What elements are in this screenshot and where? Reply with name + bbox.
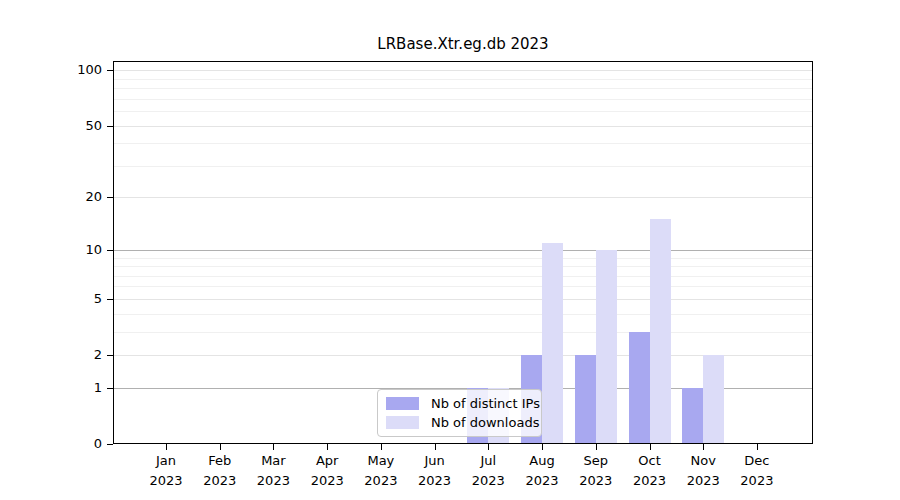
chart-root: LRBase.Xtr.eg.db 2023 0125102050100Jan20… bbox=[0, 0, 900, 500]
minor-gridline bbox=[114, 111, 812, 112]
y-tick-label: 20 bbox=[48, 188, 102, 206]
y-tick-mark bbox=[107, 70, 113, 71]
y-gridline bbox=[114, 299, 812, 300]
x-tick-mark bbox=[703, 444, 704, 450]
x-tick-mark bbox=[650, 444, 651, 450]
x-tick-month: Aug bbox=[514, 451, 570, 471]
minor-gridline bbox=[114, 258, 812, 259]
x-tick-month: Jul bbox=[460, 451, 516, 471]
legend-label-0: Nb of distinct IPs bbox=[431, 396, 540, 411]
bar-downloads-oct bbox=[650, 219, 671, 444]
x-tick-label: Jun2023 bbox=[407, 451, 463, 491]
y-tick-mark bbox=[107, 197, 113, 198]
x-tick-label: Mar2023 bbox=[245, 451, 301, 491]
y-tick-mark bbox=[107, 388, 113, 389]
y-tick-mark bbox=[107, 444, 113, 445]
x-tick-month: Mar bbox=[245, 451, 301, 471]
bar-downloads-aug bbox=[542, 243, 563, 444]
x-tick-year: 2023 bbox=[675, 471, 731, 491]
y-tick-label: 50 bbox=[48, 117, 102, 135]
x-tick-month: Apr bbox=[299, 451, 355, 471]
x-tick-year: 2023 bbox=[245, 471, 301, 491]
minor-gridline bbox=[114, 276, 812, 277]
x-tick-month: Oct bbox=[622, 451, 678, 471]
x-tick-month: Dec bbox=[729, 451, 785, 471]
x-tick-year: 2023 bbox=[514, 471, 570, 491]
x-tick-mark bbox=[220, 444, 221, 450]
x-tick-label: Sep2023 bbox=[568, 451, 624, 491]
x-tick-mark bbox=[542, 444, 543, 450]
x-tick-year: 2023 bbox=[460, 471, 516, 491]
x-tick-mark bbox=[273, 444, 274, 450]
x-tick-month: Nov bbox=[675, 451, 731, 471]
x-tick-year: 2023 bbox=[353, 471, 409, 491]
x-tick-year: 2023 bbox=[729, 471, 785, 491]
minor-gridline bbox=[114, 88, 812, 89]
x-tick-year: 2023 bbox=[407, 471, 463, 491]
y-tick-label: 100 bbox=[48, 61, 102, 79]
minor-gridline bbox=[114, 143, 812, 144]
x-tick-label: Jul2023 bbox=[460, 451, 516, 491]
legend-row-distinct-ips: Nb of distinct IPs bbox=[386, 396, 533, 411]
minor-gridline bbox=[114, 79, 812, 80]
y-gridline bbox=[114, 197, 812, 198]
legend-row-downloads: Nb of downloads bbox=[386, 415, 533, 430]
legend-label-1: Nb of downloads bbox=[431, 415, 539, 430]
minor-gridline bbox=[114, 286, 812, 287]
bar-downloads-sep bbox=[596, 250, 617, 444]
x-tick-mark bbox=[327, 444, 328, 450]
bar-downloads-nov bbox=[703, 355, 724, 444]
y-tick-mark bbox=[107, 250, 113, 251]
x-tick-label: Dec2023 bbox=[729, 451, 785, 491]
x-tick-label: Feb2023 bbox=[192, 451, 248, 491]
x-tick-mark bbox=[596, 444, 597, 450]
x-tick-mark bbox=[166, 444, 167, 450]
bar-distinct-ips-nov bbox=[682, 388, 703, 444]
y-tick-label: 10 bbox=[48, 241, 102, 259]
x-tick-label: Apr2023 bbox=[299, 451, 355, 491]
legend-swatch-1 bbox=[386, 416, 419, 429]
x-tick-mark bbox=[488, 444, 489, 450]
minor-gridline bbox=[114, 266, 812, 267]
x-tick-month: Jun bbox=[407, 451, 463, 471]
y-tick-label: 0 bbox=[48, 435, 102, 453]
y-tick-mark bbox=[107, 299, 113, 300]
minor-gridline bbox=[114, 166, 812, 167]
x-tick-year: 2023 bbox=[622, 471, 678, 491]
chart-title: LRBase.Xtr.eg.db 2023 bbox=[113, 35, 813, 53]
y-gridline bbox=[114, 70, 812, 71]
x-tick-year: 2023 bbox=[568, 471, 624, 491]
y-tick-mark bbox=[107, 126, 113, 127]
x-tick-month: Sep bbox=[568, 451, 624, 471]
x-tick-mark bbox=[757, 444, 758, 450]
y-tick-label: 2 bbox=[48, 346, 102, 364]
y-tick-mark bbox=[107, 355, 113, 356]
y-gridline bbox=[114, 250, 812, 251]
x-tick-mark bbox=[381, 444, 382, 450]
x-tick-month: Feb bbox=[192, 451, 248, 471]
x-tick-month: Jan bbox=[138, 451, 194, 471]
x-tick-label: Oct2023 bbox=[622, 451, 678, 491]
minor-gridline bbox=[114, 314, 812, 315]
x-tick-year: 2023 bbox=[138, 471, 194, 491]
legend: Nb of distinct IPs Nb of downloads bbox=[377, 389, 542, 437]
y-tick-label: 5 bbox=[48, 290, 102, 308]
minor-gridline bbox=[114, 99, 812, 100]
x-tick-label: Jan2023 bbox=[138, 451, 194, 491]
bar-distinct-ips-sep bbox=[575, 355, 596, 444]
x-tick-label: Aug2023 bbox=[514, 451, 570, 491]
legend-swatch-0 bbox=[386, 397, 419, 410]
minor-gridline bbox=[114, 332, 812, 333]
bar-distinct-ips-oct bbox=[629, 332, 650, 444]
x-tick-year: 2023 bbox=[299, 471, 355, 491]
x-tick-year: 2023 bbox=[192, 471, 248, 491]
y-gridline bbox=[114, 126, 812, 127]
x-tick-label: May2023 bbox=[353, 451, 409, 491]
y-tick-label: 1 bbox=[48, 379, 102, 397]
x-tick-mark bbox=[435, 444, 436, 450]
x-tick-month: May bbox=[353, 451, 409, 471]
x-tick-label: Nov2023 bbox=[675, 451, 731, 491]
